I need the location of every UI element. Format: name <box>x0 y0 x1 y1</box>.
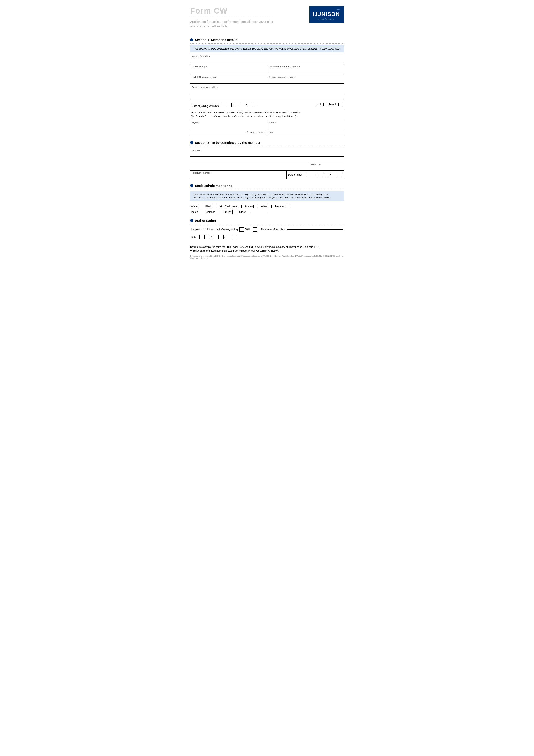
indian-label: Indian <box>191 210 198 214</box>
membership-number-label: UNISON membership number <box>268 65 343 68</box>
postcode-label: Postcode <box>311 163 343 166</box>
branch-address-line2[interactable] <box>191 95 343 99</box>
racial-other: Other <box>239 210 268 214</box>
racial-dot <box>190 184 193 187</box>
auth-dot <box>190 219 193 222</box>
name-label: Name of member <box>191 55 343 58</box>
date-cell[interactable]: Date <box>267 130 344 136</box>
section2-header: Section 2: To be completed by the member <box>190 141 344 145</box>
auth-d1[interactable] <box>199 235 205 239</box>
day-box1[interactable] <box>221 103 226 107</box>
postcode-cell[interactable]: Postcode <box>309 162 343 171</box>
name-row: Name of member <box>190 54 344 63</box>
dob-m2[interactable] <box>324 173 329 177</box>
telephone-cell[interactable]: Telephone number <box>191 171 287 179</box>
form-subtitle: Application for assistance for members w… <box>190 19 273 28</box>
auth-header: Authorisation <box>190 219 344 222</box>
region-membership-row: UNISON region UNISON membership number <box>190 64 344 73</box>
branch-sec-name-label: Branch Secretary's name <box>268 76 343 78</box>
auth-m1[interactable] <box>213 235 218 239</box>
white-checkbox[interactable] <box>198 204 202 208</box>
wills-checkbox[interactable] <box>253 228 257 232</box>
section2-dot <box>190 141 193 144</box>
female-checkbox[interactable] <box>339 103 343 106</box>
gender-group: Male Female <box>317 103 343 106</box>
auth-conveyancing-row: I apply for assistance with Conveyancing… <box>190 226 344 233</box>
indian-checkbox[interactable] <box>199 210 203 214</box>
turkish-checkbox[interactable] <box>232 210 236 214</box>
date-joining-label: Date of joining UNISON <box>191 104 219 108</box>
racial-pakistani: Pakistani <box>274 204 290 208</box>
conveyancing-checkbox[interactable] <box>240 228 244 232</box>
racial-banner: This information is collected for intern… <box>190 191 344 201</box>
form-title-area: Form CW Application for assistance for m… <box>190 7 273 35</box>
apply-text: I apply for assistance with Conveyancing <box>191 228 238 231</box>
branch-sec-name-value[interactable] <box>268 79 343 83</box>
address-line2[interactable] <box>191 157 343 161</box>
dob-date-group[interactable]: / / <box>305 173 343 177</box>
male-checkbox[interactable] <box>323 103 327 106</box>
signed-cell[interactable]: Signed <box>191 120 267 130</box>
month-box2[interactable] <box>240 103 245 107</box>
date-gender-row: Date of joining UNISON / / Male Female <box>190 101 344 109</box>
branch-name-value[interactable] <box>191 89 343 93</box>
dob-d2[interactable] <box>311 173 316 177</box>
branch-cell[interactable]: Branch <box>267 120 344 130</box>
african-checkbox[interactable] <box>253 204 257 208</box>
afro-checkbox[interactable] <box>238 204 242 208</box>
chinese-checkbox[interactable] <box>216 210 220 214</box>
other-text-field[interactable] <box>251 210 268 214</box>
auth-y2[interactable] <box>232 235 237 239</box>
asian-checkbox[interactable] <box>267 204 271 208</box>
month-box1[interactable] <box>234 103 240 107</box>
region-label: UNISON region <box>191 65 266 68</box>
auth-y1[interactable] <box>226 235 231 239</box>
other-checkbox[interactable] <box>246 210 250 214</box>
date-label: Date <box>268 131 343 133</box>
signature-line[interactable] <box>287 229 343 230</box>
auth-date-group[interactable]: / / <box>199 235 237 239</box>
signed-label: Signed <box>191 121 266 124</box>
dob-y2[interactable] <box>337 173 343 177</box>
name-value[interactable] <box>191 58 343 62</box>
confirm-text: I confirm that the above named has been … <box>191 111 343 118</box>
asian-label: Asian <box>260 205 267 208</box>
membership-number-value[interactable] <box>268 68 343 72</box>
chinese-label: Chinese <box>206 210 215 214</box>
signed-branch-row: Signed Branch <box>190 120 344 130</box>
return-text: Return this completed form to: BBH Legal… <box>190 245 344 253</box>
day-box2[interactable] <box>226 103 232 107</box>
signed-value[interactable] <box>191 124 266 129</box>
postcode-value[interactable] <box>311 166 343 170</box>
address-row2[interactable] <box>190 156 344 162</box>
service-group-value[interactable] <box>191 79 266 83</box>
pakistani-label: Pakistani <box>274 205 285 208</box>
auth-date-row: Date / / <box>190 234 344 241</box>
dob-cell[interactable]: Date of birth / / <box>287 171 343 179</box>
other-label: Other <box>239 210 246 214</box>
dob-d1[interactable] <box>305 173 310 177</box>
u-icon: U <box>313 11 318 18</box>
date-joining-field[interactable]: / / <box>221 103 258 107</box>
signature-label: Signature of member <box>261 228 285 231</box>
dob-m1[interactable] <box>318 173 323 177</box>
telephone-value[interactable] <box>191 175 285 178</box>
black-checkbox[interactable] <box>213 204 216 208</box>
branch-value[interactable] <box>268 124 343 129</box>
dob-y1[interactable] <box>332 173 337 177</box>
racial-indian: Indian <box>191 210 203 214</box>
pakistani-checkbox[interactable] <box>286 204 290 208</box>
section1-header: Section 1: Member's details <box>190 38 344 41</box>
auth-m2[interactable] <box>218 235 223 239</box>
address-row1[interactable]: Address <box>190 148 344 157</box>
address-line1[interactable] <box>191 152 343 156</box>
branch-label: Branch <box>268 121 343 124</box>
logo-name: UNISON <box>318 11 340 17</box>
branch-secretary-label-cell: (Branch Secretary) <box>190 130 267 136</box>
auth-d2[interactable] <box>205 235 210 239</box>
section1-title: Section 1: Member's details <box>195 38 237 41</box>
year-box2[interactable] <box>253 103 258 107</box>
year-box1[interactable] <box>248 103 253 107</box>
logo-text: U UNISON <box>313 11 340 18</box>
region-value[interactable] <box>191 68 266 72</box>
